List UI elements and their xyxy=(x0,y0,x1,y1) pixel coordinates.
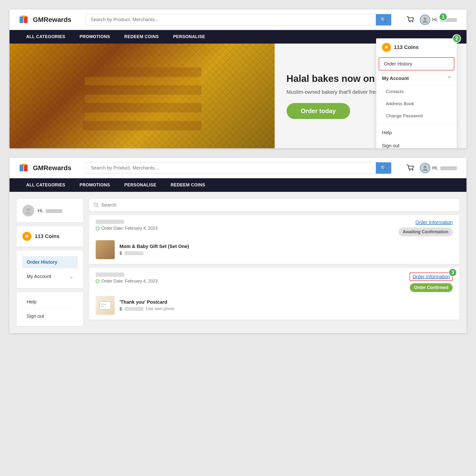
sidebar-coins-card: ★ 113 Coins xyxy=(17,226,83,247)
nav-promotions-2[interactable]: PROMOTIONS xyxy=(72,178,117,192)
sidebar-username: Hi, xyxy=(38,208,62,214)
product-thumbnail-2: Thank You xyxy=(96,296,115,315)
product-image-1 xyxy=(96,240,115,259)
svg-point-16 xyxy=(409,169,410,170)
dropdown-coins-row: ★ 113 Coins xyxy=(376,38,457,56)
order-information-link-1[interactable]: Order Information xyxy=(415,220,453,225)
hero-image xyxy=(10,44,275,148)
sidebar: Hi, ★ 113 Coins Order History My Account xyxy=(17,199,83,326)
sidebar-coin-star: ★ xyxy=(22,232,32,241)
svg-point-20 xyxy=(94,203,98,206)
header-section-1: GMRewards 🔍 1 xyxy=(10,10,466,30)
change-password-item[interactable]: Change Password xyxy=(376,110,457,122)
green-dot-2 xyxy=(96,279,100,283)
sidebar-sign-out[interactable]: Sign out xyxy=(22,310,78,322)
price-blur-1 xyxy=(124,251,143,255)
order-id-blur-2 xyxy=(96,272,124,277)
sidebar-nav-divider xyxy=(22,269,78,270)
main-content: Hi, ★ 113 Coins Order History My Account xyxy=(10,192,466,333)
product-thumbnail-1 xyxy=(96,240,115,259)
logo-icon xyxy=(19,14,31,25)
svg-rect-12 xyxy=(83,121,202,130)
price-blur-2 xyxy=(124,307,143,311)
sign-out-label: Sign out xyxy=(382,143,399,148)
contacts-item[interactable]: Contacts xyxy=(376,86,457,98)
search-input-2[interactable] xyxy=(86,162,376,174)
order-history-item[interactable]: Order History xyxy=(379,57,454,70)
svg-point-5 xyxy=(424,17,426,20)
logo-icon-2 xyxy=(19,162,31,174)
top-panel: GMRewards 🔍 1 xyxy=(10,10,466,148)
orders-search-input[interactable] xyxy=(102,202,455,208)
svg-text:Thank: Thank xyxy=(101,303,106,305)
user-button-2[interactable]: Hi, xyxy=(420,163,457,173)
cart-icon-2 xyxy=(406,163,415,172)
product-price-2: $ Use own photo xyxy=(119,306,453,311)
svg-line-21 xyxy=(97,206,99,207)
order-history-label: Order History xyxy=(384,61,412,67)
dropdown-menu: 2 ★ 113 Coins Order History My Account ⌃… xyxy=(376,38,457,149)
sidebar-help[interactable]: Help xyxy=(22,296,78,308)
user-avatar-1 xyxy=(420,15,430,25)
sidebar-bottom-divider xyxy=(22,309,78,309)
status-badge-1: Awaiting Confirmation xyxy=(398,227,453,236)
sidebar-coins-label: 113 Coins xyxy=(35,233,60,239)
logo-text-2: GMRewards xyxy=(33,164,71,172)
logo[interactable]: GMRewards xyxy=(19,14,71,25)
nav-personalise-1[interactable]: PERSONALISE xyxy=(166,30,212,44)
product-info-2: 'Thank you' Postcard $ Use own photo xyxy=(119,299,453,311)
sidebar-my-account[interactable]: My Account ⌄ xyxy=(22,270,78,283)
dropdown-divider xyxy=(376,124,457,124)
search-button-1[interactable]: 🔍 xyxy=(376,14,391,25)
coins-label-dropdown: 113 Coins xyxy=(394,44,419,51)
chevron-up-icon: ⌃ xyxy=(447,76,451,81)
nav-redeem-coins-1[interactable]: REDEEM COINS xyxy=(117,30,166,44)
step-badge-2: 2 xyxy=(452,34,461,43)
orders-area: Order Date: February 4, 2023 Order Infor… xyxy=(89,199,459,326)
product-note-2: Use own photo xyxy=(146,306,174,311)
order-today-button[interactable]: Order today xyxy=(287,103,350,119)
sign-out-item[interactable]: Sign out xyxy=(376,139,457,149)
order-card-1: Order Date: February 4, 2023 Order Infor… xyxy=(89,215,459,264)
nav-all-categories-2[interactable]: ALL CATEGORIES xyxy=(19,178,72,192)
order-header-2: Order Date: February 4, 2023 3 Order Inf… xyxy=(96,272,453,292)
hi-label-2: Hi, xyxy=(432,165,457,171)
svg-point-17 xyxy=(412,169,413,170)
help-label: Help xyxy=(382,130,392,135)
svg-point-3 xyxy=(409,21,410,22)
sidebar-user-icon xyxy=(24,207,32,214)
product-image-2: Thank You xyxy=(96,296,115,315)
my-account-item[interactable]: My Account ⌃ xyxy=(376,71,457,86)
svg-rect-0 xyxy=(19,17,23,23)
nav-redeem-coins-2[interactable]: REDEEM COINS xyxy=(164,178,212,192)
search-bar-1: 🔍 xyxy=(86,14,391,25)
navbar-2: ALL CATEGORIES PROMOTIONS PERSONALISE RE… xyxy=(10,178,466,192)
search-button-2[interactable]: 🔍 xyxy=(376,162,391,174)
order-information-link-2[interactable]: Order Information xyxy=(409,272,453,281)
order-product-1: Mom & Baby Gift Set (Set One) $ xyxy=(96,240,453,259)
step-badge-1: 1 xyxy=(439,13,447,21)
search-input-1[interactable] xyxy=(86,14,376,25)
order-header-1: Order Date: February 4, 2023 Order Infor… xyxy=(96,220,453,236)
search-icon-orders xyxy=(94,203,99,208)
nav-promotions-1[interactable]: PROMOTIONS xyxy=(72,30,117,44)
product-name-1: Mom & Baby Gift Set (Set One) xyxy=(119,244,453,249)
user-icon-2 xyxy=(422,165,428,171)
logo-2[interactable]: GMRewards xyxy=(19,162,71,174)
nav-personalise-2[interactable]: PERSONALISE xyxy=(117,178,164,192)
sidebar-avatar xyxy=(22,205,34,217)
user-button-1[interactable]: Hi, xyxy=(420,15,457,25)
sidebar-user-card: Hi, xyxy=(17,199,83,222)
sidebar-order-history[interactable]: Order History xyxy=(22,256,78,268)
cart-button-2[interactable] xyxy=(406,163,415,173)
svg-point-19 xyxy=(27,208,30,211)
bottom-panel: GMRewards 🔍 Hi, xyxy=(10,158,466,333)
coins-display: ★ 113 Coins xyxy=(22,232,78,241)
sidebar-bottom-card: Help Sign out xyxy=(17,292,83,326)
address-book-item[interactable]: Address Book xyxy=(376,98,457,110)
nav-all-categories-1[interactable]: ALL CATEGORIES xyxy=(19,30,72,44)
help-item[interactable]: Help xyxy=(376,126,457,139)
logo-text: GMRewards xyxy=(33,16,71,24)
cart-button-1[interactable] xyxy=(406,15,415,25)
svg-rect-7 xyxy=(85,77,199,85)
